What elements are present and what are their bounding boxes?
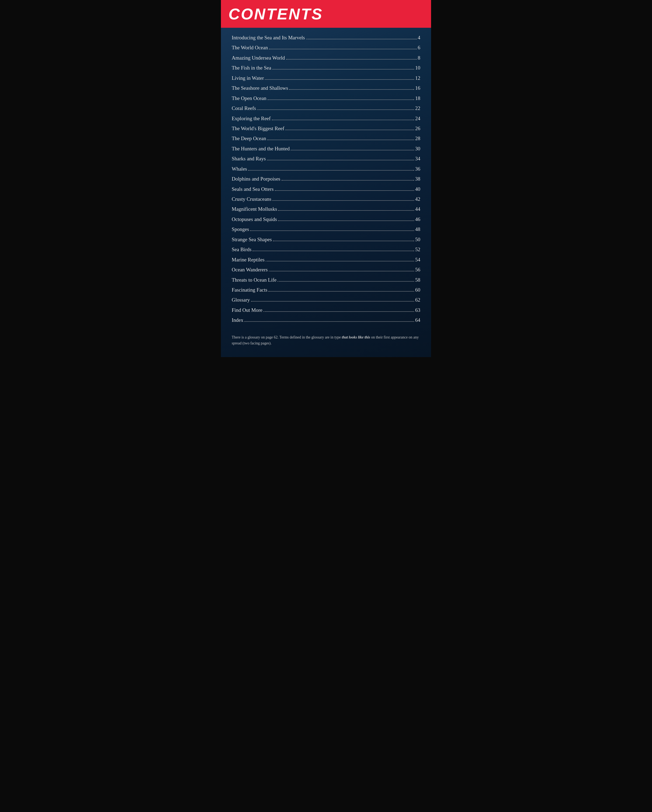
toc-entry-dots <box>273 69 414 70</box>
toc-entry[interactable]: Living in Water12 <box>232 74 420 82</box>
toc-entry-dots <box>278 220 414 221</box>
toc-entry[interactable]: Fascinating Facts60 <box>232 286 420 294</box>
toc-entry-page: 8 <box>418 54 420 62</box>
toc-entry-title: The Open Ocean <box>232 94 267 102</box>
toc-entry-dots <box>269 271 414 272</box>
toc-entry-page: 24 <box>415 114 420 122</box>
toc-entry-dots <box>275 190 414 191</box>
toc-entry-title: Seals and Sea Otters <box>232 185 274 193</box>
toc-entry-title: The World Ocean <box>232 44 268 52</box>
toc-entry[interactable]: The Deep Ocean28 <box>232 134 420 142</box>
toc-entry-title: The Hunters and the Hunted <box>232 145 289 153</box>
toc-entry-title: The World's Biggest Reef <box>232 125 284 132</box>
toc-entry-title: Fascinating Facts <box>232 286 267 294</box>
toc-entry-page: 42 <box>415 195 420 203</box>
toc-entry-dots <box>277 281 414 282</box>
toc-entry-page: 34 <box>415 155 420 162</box>
toc-entry-title: Sponges <box>232 225 249 233</box>
toc-entry-page: 60 <box>415 286 420 294</box>
toc-entry-dots <box>278 210 414 211</box>
toc-entry[interactable]: Octopuses and Squids46 <box>232 215 420 223</box>
toc-entry-page: 4 <box>418 34 420 41</box>
toc-entry[interactable]: Index64 <box>232 316 420 324</box>
toc-entry-page: 26 <box>415 125 420 132</box>
toc-entry[interactable]: Marine Reptiles54 <box>232 256 420 264</box>
toc-entry[interactable]: Whales36 <box>232 165 420 173</box>
toc-entry-page: 56 <box>415 266 420 273</box>
toc-entry-page: 54 <box>415 256 420 264</box>
toc-entry-page: 40 <box>415 185 420 193</box>
toc-entry[interactable]: Ocean Wanderers56 <box>232 266 420 273</box>
toc-entry[interactable]: Sea Birds52 <box>232 246 420 253</box>
toc-entry-title: The Fish in the Sea <box>232 64 271 72</box>
toc-entry-dots <box>306 39 417 39</box>
toc-entry-dots <box>266 261 414 261</box>
toc-entry-dots <box>286 59 417 60</box>
toc-entry-title: Glossary <box>232 296 250 304</box>
toc-container: Introducing the Sea and Its Marvels4The … <box>221 34 431 324</box>
toc-entry[interactable]: The World's Biggest Reef26 <box>232 125 420 132</box>
toc-entry-dots <box>282 180 414 180</box>
toc-entry[interactable]: Threats to Ocean Life58 <box>232 276 420 284</box>
toc-entry-title: Living in Water <box>232 74 264 82</box>
toc-entry[interactable]: Amazing Undersea World8 <box>232 54 420 62</box>
toc-entry[interactable]: The Hunters and the Hunted30 <box>232 145 420 153</box>
toc-entry-page: 38 <box>415 175 420 183</box>
toc-entry-dots <box>264 311 414 312</box>
toc-entry-dots <box>248 170 414 171</box>
toc-entry-title: Sharks and Rays <box>232 155 266 162</box>
toc-entry-dots <box>272 120 414 120</box>
toc-entry[interactable]: Sponges48 <box>232 225 420 233</box>
toc-entry-title: Marine Reptiles <box>232 256 265 264</box>
toc-entry-title: Index <box>232 316 243 324</box>
toc-entry-title: Strange Sea Shapes <box>232 235 272 243</box>
toc-entry-dots <box>267 140 414 140</box>
page-container: CONTENTS Introducing the Sea and Its Mar… <box>221 0 431 357</box>
toc-entry[interactable]: Crusty Crustaceans42 <box>232 195 420 203</box>
toc-entry[interactable]: Introducing the Sea and Its Marvels4 <box>232 34 420 41</box>
toc-entry-dots <box>265 79 414 80</box>
footnote: There is a glossary on page 62. Terms de… <box>221 327 431 346</box>
toc-entry-page: 50 <box>415 235 420 243</box>
toc-entry[interactable]: The Open Ocean18 <box>232 94 420 102</box>
toc-entry-dots <box>289 89 414 90</box>
toc-entry[interactable]: Seals and Sea Otters40 <box>232 185 420 193</box>
toc-entry[interactable]: Find Out More63 <box>232 306 420 314</box>
toc-entry-title: The Deep Ocean <box>232 134 266 142</box>
toc-entry-page: 44 <box>415 205 420 213</box>
toc-entry[interactable]: Exploring the Reef24 <box>232 114 420 122</box>
toc-entry-page: 48 <box>415 225 420 233</box>
toc-entry-page: 28 <box>415 134 420 142</box>
toc-entry[interactable]: Magnificent Mollusks44 <box>232 205 420 213</box>
toc-entry-dots <box>269 49 416 49</box>
toc-entry[interactable]: Glossary62 <box>232 296 420 304</box>
toc-entry-page: 52 <box>415 246 420 253</box>
toc-entry[interactable]: Dolphins and Porpoises38 <box>232 175 420 183</box>
toc-entry-dots <box>244 321 414 322</box>
toc-entry-page: 36 <box>415 165 420 173</box>
toc-entry-title: Find Out More <box>232 306 262 314</box>
toc-entry-dots <box>273 241 414 241</box>
toc-entry-dots <box>253 250 414 251</box>
toc-entry-dots <box>250 230 414 231</box>
toc-entry-title: Crusty Crustaceans <box>232 195 271 203</box>
toc-entry-dots <box>251 301 414 302</box>
toc-entry-dots <box>291 150 414 150</box>
toc-entry-title: Introducing the Sea and Its Marvels <box>232 34 305 41</box>
toc-entry[interactable]: The Fish in the Sea10 <box>232 64 420 72</box>
toc-entry[interactable]: The Seashore and Shallows16 <box>232 84 420 92</box>
toc-entry-title: Magnificent Mollusks <box>232 205 277 213</box>
toc-entry[interactable]: Sharks and Rays34 <box>232 155 420 162</box>
toc-entry-page: 12 <box>415 74 420 82</box>
toc-entry-page: 62 <box>415 296 420 304</box>
toc-entry[interactable]: Strange Sea Shapes50 <box>232 235 420 243</box>
toc-entry-title: Whales <box>232 165 247 173</box>
toc-entry-title: Coral Reefs <box>232 104 256 112</box>
toc-entry-page: 58 <box>415 276 420 284</box>
toc-entry[interactable]: Coral Reefs22 <box>232 104 420 112</box>
toc-entry[interactable]: The World Ocean6 <box>232 44 420 52</box>
toc-entry-page: 6 <box>418 44 420 52</box>
toc-entry-page: 22 <box>415 104 420 112</box>
toc-entry-dots <box>267 160 414 160</box>
contents-title: CONTENTS <box>229 5 323 23</box>
